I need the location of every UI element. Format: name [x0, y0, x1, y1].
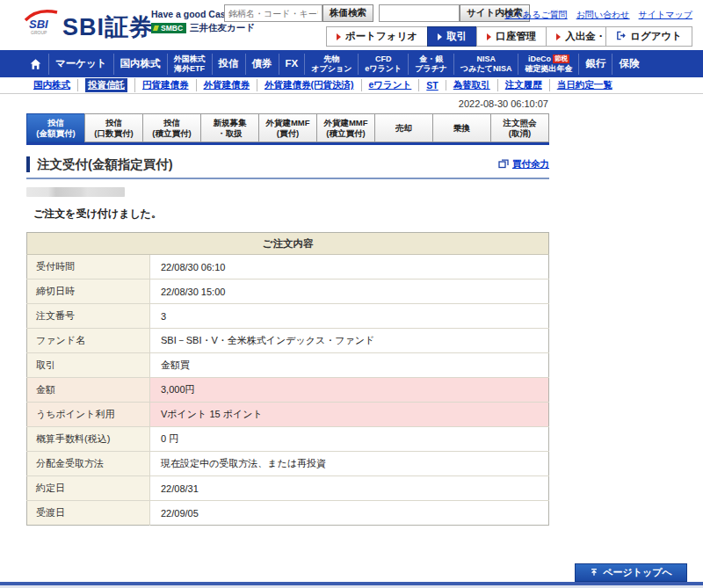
table-row: 受渡日 22/09/05	[27, 501, 549, 526]
subnav-foreign-bond-yen[interactable]: 外貨建債券(円貨決済)	[265, 79, 354, 91]
arrow-icon	[438, 33, 442, 40]
row-label: うちポイント利用	[27, 403, 150, 427]
nav-item-cfd-warrant[interactable]: CFDeワラント	[358, 54, 408, 75]
subnav-st[interactable]: ST	[426, 80, 438, 91]
nav-item-nisa[interactable]: NISAつみたてNISA	[453, 54, 518, 75]
help-link-contact[interactable]: お問い合わせ	[576, 9, 630, 21]
row-label: 取引	[27, 353, 150, 378]
search-area: 株価検索 サイト内検索	[224, 4, 530, 22]
stock-search-input[interactable]	[224, 4, 323, 22]
row-value: 22/08/31	[150, 476, 549, 501]
order-table: ご注文内容 受付時間 22/08/30 06:10 締切日時 22/08/30 …	[26, 232, 549, 526]
subnav-today-executions[interactable]: 当日約定一覧	[557, 79, 612, 91]
table-row: ファンド名 SBI－SBI・V・全米株式インデックス・ファンド	[27, 329, 549, 353]
order-table-header-row: ご注文内容	[27, 233, 549, 255]
smbc-badge: SMBC	[151, 23, 186, 33]
tab-fund-amount-buy[interactable]: 投信(金額買付)	[26, 113, 85, 142]
popup-window-icon	[498, 159, 509, 171]
nav-item-gold-platinum[interactable]: 金・銀プラチナ	[408, 54, 453, 75]
row-value: 22/09/05	[150, 501, 549, 526]
page-top-button[interactable]: ページトップへ	[575, 563, 687, 582]
tabs-underline	[26, 142, 549, 145]
logout-icon	[616, 31, 626, 42]
row-value: 22/08/30 15:00	[150, 279, 549, 304]
table-row: 約定日 22/08/31	[27, 476, 549, 501]
page-top-icon	[590, 568, 598, 578]
red-arrow-icon	[487, 33, 491, 40]
help-link-sitemap[interactable]: サイトマップ	[639, 9, 692, 21]
nav-item-futures-options[interactable]: 先物オプション	[304, 54, 358, 75]
table-row: 概算手数料(税込) 0 円	[27, 427, 549, 452]
table-row: 分配金受取方法 現在設定中の受取方法、または再投資	[27, 452, 549, 476]
nav-item-bank[interactable]: 銀行	[578, 54, 612, 75]
subnav-domestic-stock[interactable]: 国内株式	[33, 79, 70, 91]
sub-nav: 国内株式 投資信託 円貨建債券 外貨建債券 外貨建債券(円貨決済) eワラント …	[0, 77, 703, 94]
order-accepted-message: ご注文を受け付けました。	[33, 207, 703, 221]
tab-foreign-mmf-accumulation[interactable]: 外貨建MMF(積立買付)	[316, 113, 375, 142]
table-row: 受付時間 22/08/30 06:10	[27, 255, 549, 279]
portfolio-button[interactable]: ポートフォリオ	[326, 26, 428, 47]
redacted-username	[26, 187, 125, 197]
red-arrow-icon	[337, 33, 341, 40]
tax-saving-badge: 節税	[553, 54, 569, 63]
title-divider	[26, 178, 549, 179]
row-value: 金額買	[150, 353, 549, 378]
tab-switch[interactable]: 乗換	[432, 113, 491, 142]
home-button[interactable]	[23, 54, 48, 75]
site-search-input[interactable]	[379, 4, 460, 22]
tab-foreign-mmf-buy[interactable]: 外貨建MMF(買付)	[258, 113, 317, 142]
subnav-ewarrant[interactable]: eワラント	[369, 79, 412, 91]
table-row: 締切日時 22/08/30 15:00	[27, 279, 549, 304]
red-arrow-icon	[556, 33, 561, 40]
tab-order-inquiry[interactable]: 注文照会(取消)	[490, 113, 549, 142]
nav-item-market[interactable]: マーケット	[48, 54, 113, 75]
top-header: SBI GROUP SBI証券 Have a good Cashless. SM…	[0, 0, 703, 50]
row-label: 受付時間	[27, 255, 150, 279]
nav-item-bond[interactable]: 債券	[245, 54, 279, 75]
help-link-faq[interactable]: よくあるご質問	[504, 9, 567, 21]
row-value: 3,000円	[150, 378, 549, 403]
home-icon	[29, 58, 42, 70]
tab-fund-accumulation-buy[interactable]: 投信(積立買付)	[142, 113, 201, 142]
row-value: 0 円	[150, 427, 549, 452]
help-links: よくあるご質問 お問い合わせ サイトマップ	[504, 9, 692, 21]
brand-text: SBI証券	[62, 16, 154, 40]
trade-button[interactable]: 取引	[427, 26, 477, 47]
nav-item-foreign-stock[interactable]: 外国株式海外ETF	[167, 54, 212, 75]
svg-text:SBI: SBI	[29, 18, 48, 31]
nav-item-insurance[interactable]: 保険	[612, 54, 645, 75]
row-value: SBI－SBI・V・全米株式インデックス・ファンド	[150, 329, 549, 353]
subnav-yen-bond[interactable]: 円貨建債券	[142, 79, 189, 91]
sbi-group-mark-icon: SBI GROUP	[23, 7, 60, 40]
row-label: 分配金受取方法	[27, 452, 150, 476]
row-label: 概算手数料(税込)	[27, 427, 150, 452]
table-row: 取引 金額買	[27, 353, 549, 378]
row-label: 約定日	[27, 476, 150, 501]
nav-item-ideco[interactable]: iDeCo 節税 確定拠出年金	[518, 54, 578, 75]
tab-new-offering[interactable]: 新規募集・取扱	[200, 113, 259, 142]
nav-item-fx[interactable]: FX	[279, 54, 305, 75]
order-table-header: ご注文内容	[27, 233, 549, 255]
buying-power-link[interactable]: 買付余力	[512, 158, 549, 171]
table-row: うちポイント利用 Vポイント 15 ポイント	[27, 403, 549, 427]
buying-power-link-block: 買付余力	[498, 158, 549, 171]
smbc-card-label: 三井住友カード	[190, 22, 255, 34]
account-manage-button[interactable]: 口座管理	[476, 26, 547, 47]
nav-item-domestic-stock[interactable]: 国内株式	[113, 54, 167, 75]
stock-search-button[interactable]: 株価検索	[323, 4, 373, 22]
subnav-foreign-bond[interactable]: 外貨建債券	[204, 79, 250, 91]
subnav-investment-trust[interactable]: 投資信託	[85, 78, 127, 92]
subnav-exchange[interactable]: 為替取引	[453, 79, 490, 91]
timestamp: 2022-08-30 06:10:07	[0, 98, 703, 109]
row-value: 現在設定中の受取方法、または再投資	[150, 452, 549, 476]
sbi-logo[interactable]: SBI GROUP SBI証券	[23, 7, 154, 40]
row-label: 注文番号	[27, 304, 150, 329]
logout-button[interactable]: ログアウト	[605, 26, 692, 47]
nav-item-fund[interactable]: 投信	[212, 54, 245, 75]
subnav-order-history[interactable]: 注文履歴	[505, 79, 542, 91]
tab-sell[interactable]: 売却	[374, 113, 433, 142]
row-label: 締切日時	[27, 279, 150, 304]
table-row: 金額 3,000円	[27, 378, 549, 403]
row-value: 3	[150, 304, 549, 329]
tab-fund-unit-buy[interactable]: 投信(口数買付)	[84, 113, 143, 142]
